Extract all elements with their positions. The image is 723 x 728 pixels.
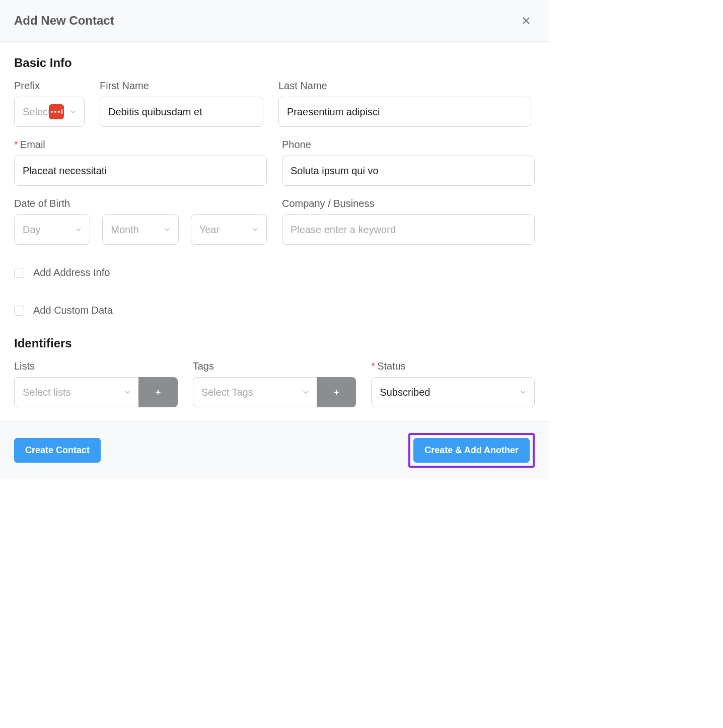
add-custom-row: Add Custom Data bbox=[14, 305, 535, 316]
modal-header: Add New Contact bbox=[0, 0, 549, 42]
plus-icon bbox=[154, 388, 162, 396]
last-name-label: Last Name bbox=[278, 80, 531, 92]
lists-group: Lists Select lists bbox=[14, 360, 178, 407]
chevron-down-icon bbox=[163, 226, 171, 234]
prefix-label: Prefix bbox=[14, 80, 85, 92]
modal-body: Basic Info Prefix Select First Name Last… bbox=[0, 42, 549, 421]
dob-label: Date of Birth bbox=[14, 198, 267, 209]
chevron-down-icon bbox=[123, 388, 131, 396]
close-icon bbox=[521, 15, 532, 26]
add-contact-modal: Add New Contact Basic Info Prefix Select bbox=[0, 0, 549, 479]
lists-select[interactable]: Select lists bbox=[14, 377, 138, 407]
first-name-group: First Name bbox=[100, 80, 263, 127]
dob-group: Date of Birth Day Month Year bbox=[14, 198, 267, 245]
chevron-down-icon bbox=[302, 388, 310, 396]
email-label: *Email bbox=[14, 139, 267, 151]
plus-icon bbox=[332, 388, 340, 396]
dob-year-select[interactable]: Year bbox=[191, 214, 267, 245]
highlight-annotation: Create & Add Another bbox=[408, 433, 535, 468]
chevron-down-icon bbox=[519, 388, 527, 396]
status-group: *Status Subscribed bbox=[371, 360, 535, 407]
prefix-placeholder: Select bbox=[23, 106, 51, 118]
add-address-row: Add Address Info bbox=[14, 267, 535, 278]
status-select[interactable]: Subscribed bbox=[371, 377, 535, 407]
add-address-checkbox[interactable] bbox=[14, 268, 24, 278]
email-input[interactable] bbox=[14, 156, 267, 186]
add-custom-checkbox[interactable] bbox=[14, 306, 24, 316]
modal-footer: Create Contact Create & Add Another bbox=[0, 421, 549, 479]
create-contact-button[interactable]: Create Contact bbox=[14, 438, 101, 463]
company-group: Company / Business bbox=[282, 198, 535, 245]
password-manager-icon[interactable] bbox=[49, 104, 64, 119]
chevron-down-icon bbox=[251, 226, 259, 234]
modal-title: Add New Contact bbox=[14, 14, 114, 28]
add-custom-label[interactable]: Add Custom Data bbox=[33, 305, 113, 316]
phone-group: Phone bbox=[282, 139, 535, 186]
tags-label: Tags bbox=[193, 360, 356, 372]
tags-select[interactable]: Select Tags bbox=[193, 377, 317, 407]
email-group: *Email bbox=[14, 139, 267, 186]
identifiers-section: Identifiers Lists Select lists bbox=[14, 336, 535, 407]
phone-input[interactable] bbox=[282, 156, 535, 186]
first-name-label: First Name bbox=[100, 80, 263, 92]
add-address-label[interactable]: Add Address Info bbox=[33, 267, 110, 278]
basic-info-title: Basic Info bbox=[14, 56, 535, 70]
phone-label: Phone bbox=[282, 139, 535, 151]
first-name-input[interactable] bbox=[100, 97, 263, 127]
prefix-select[interactable]: Select bbox=[14, 97, 85, 127]
create-add-another-button[interactable]: Create & Add Another bbox=[413, 438, 530, 463]
chevron-down-icon bbox=[69, 108, 77, 116]
last-name-group: Last Name bbox=[278, 80, 531, 127]
identifiers-title: Identifiers bbox=[14, 336, 535, 350]
close-button[interactable] bbox=[518, 12, 535, 29]
dob-day-select[interactable]: Day bbox=[14, 214, 90, 245]
dob-month-select[interactable]: Month bbox=[102, 214, 178, 245]
prefix-group: Prefix Select bbox=[14, 80, 85, 127]
chevron-down-icon bbox=[75, 226, 83, 234]
lists-label: Lists bbox=[14, 360, 178, 372]
company-input[interactable] bbox=[282, 214, 535, 245]
add-tag-button[interactable] bbox=[317, 377, 356, 407]
last-name-input[interactable] bbox=[278, 97, 531, 127]
company-label: Company / Business bbox=[282, 198, 535, 209]
status-label: *Status bbox=[371, 360, 535, 372]
add-list-button[interactable] bbox=[138, 377, 178, 407]
tags-group: Tags Select Tags bbox=[193, 360, 356, 407]
